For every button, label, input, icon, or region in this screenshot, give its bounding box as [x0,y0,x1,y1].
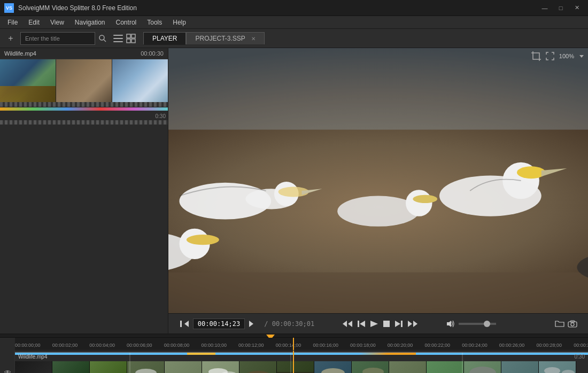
step-forward-button[interactable] [394,320,404,328]
total-timecode: / 00:00:30;01 [264,320,314,328]
video-display: 100% [168,48,588,313]
svg-marker-37 [249,321,253,327]
file-duration: 00:00:30 [141,50,164,57]
player-area: 100% 00:00:14;23 / 00:00:30;01 [168,48,588,333]
ruler-mark-8: 00:00:16;00 [313,343,338,348]
skip-forward-button[interactable] [407,320,419,328]
ruler-mark-15: 00:00:30 [574,343,588,348]
thumb-3 [112,59,168,102]
menu-bar: File Edit View Navigation Control Tools … [0,16,588,29]
playhead-ruler [293,338,294,350]
svg-rect-36 [180,321,182,327]
zoom-dropdown-icon[interactable] [578,53,585,59]
minimize-button[interactable]: — [538,3,552,13]
thumb-2 [56,59,112,102]
clip-label: Wildlife.mp4 [18,354,47,360]
ruler-mark-4: 00:00:08;00 [164,343,190,348]
svg-point-21 [406,190,432,216]
menu-tools[interactable]: Tools [142,18,167,27]
svg-marker-39 [348,321,352,327]
maximize-button[interactable]: □ [554,3,568,13]
svg-point-61 [469,367,496,373]
svg-rect-8 [131,39,135,43]
svg-rect-5 [127,34,130,38]
thumb-1 [0,59,56,102]
playhead-video-track [293,351,294,373]
ruler-mark-0: 00:00:00;00 [15,343,41,348]
tab-area: PLAYER PROJECT-3.SSP ✕ [143,32,265,44]
ruler-mark-7: 00:00:14;00 [276,343,301,348]
transport-bar: 00:00:14;23 / 00:00:30;01 [168,313,588,333]
ruler-mark-13: 00:00:26;00 [499,343,525,348]
svg-rect-41 [358,321,359,327]
step-back-button[interactable] [357,320,366,328]
stop-button[interactable] [382,320,391,328]
close-button[interactable]: ✕ [570,3,584,13]
grid-view-icon[interactable] [126,34,136,43]
menu-edit[interactable]: Edit [23,18,45,27]
svg-point-62 [544,367,560,373]
video-frame [168,48,588,313]
menu-view[interactable]: View [45,18,69,27]
svg-point-22 [413,195,437,203]
segment-1 [129,353,130,373]
next-btn[interactable] [248,320,259,328]
crop-icon[interactable] [531,51,541,61]
window-controls: — □ ✕ [538,3,584,13]
svg-line-1 [104,40,106,42]
thumbnail-strip [0,59,168,102]
fullscreen-icon[interactable] [545,51,555,61]
svg-rect-2 [113,35,123,36]
clip-duration: 0:30 [575,354,585,360]
search-icon[interactable] [98,34,107,43]
svg-marker-48 [447,321,451,327]
svg-marker-46 [408,321,412,327]
prev-frame-button[interactable] [179,320,190,328]
add-button[interactable]: + [4,32,17,45]
tab-project[interactable]: PROJECT-3.SSP ✕ [186,32,264,44]
ruler-mark-1: 00:00:02;00 [52,343,78,348]
svg-point-25 [187,235,219,245]
volume-slider[interactable] [459,323,496,325]
play-button[interactable] [369,320,379,328]
skip-back-button[interactable] [342,320,353,328]
svg-point-0 [99,35,104,40]
video-clip[interactable]: Wildlife.mp4 0:30 [15,352,588,373]
svg-marker-38 [343,321,347,327]
filmstrip-bottom-bar [0,120,168,125]
app-icon: VS [4,3,14,13]
duration-bar: 0:30 [0,111,168,120]
ruler-mark-12: 00:00:24;00 [462,343,488,348]
svg-point-63 [562,370,575,373]
svg-point-58 [321,368,345,373]
menu-help[interactable]: Help [167,18,191,27]
search-input[interactable] [20,32,95,45]
svg-rect-43 [383,321,390,327]
svg-point-52 [6,371,9,373]
svg-point-50 [571,323,574,326]
zoom-level: 100% [559,53,574,59]
filmstrip-top-bar [0,102,168,107]
folder-icon[interactable] [555,320,564,328]
menu-navigation[interactable]: Navigation [69,18,111,27]
menu-file[interactable]: File [2,18,23,27]
file-item[interactable]: Wildlife.mp4 00:00:30 [0,48,168,59]
video-track: Wildlife.mp4 0:30 [0,351,588,373]
video-track-controls [0,351,15,373]
camera-icon[interactable] [568,320,577,328]
volume-icon[interactable] [446,320,455,328]
timeline-container: 00:00:00;00 00:00:02;00 00:00:04;00 00:0… [0,333,588,373]
ruler-mark-5: 00:00:10;00 [201,343,227,348]
list-view-icon[interactable] [113,34,123,43]
ruler-mark-9: 00:00:18;00 [350,343,376,348]
svg-marker-42 [370,321,378,327]
svg-marker-47 [413,321,417,327]
toolbar: + PLAYER PROJECT-3.SSP ✕ [0,29,588,48]
ruler-mark-2: 00:00:04;00 [89,343,115,348]
segment-2 [290,353,291,373]
eye-icon[interactable] [4,369,11,374]
svg-point-17 [517,166,545,178]
menu-control[interactable]: Control [111,18,142,27]
left-panel: Wildlife.mp4 00:00:30 0:30 [0,48,168,333]
tab-player[interactable]: PLAYER [143,32,186,44]
